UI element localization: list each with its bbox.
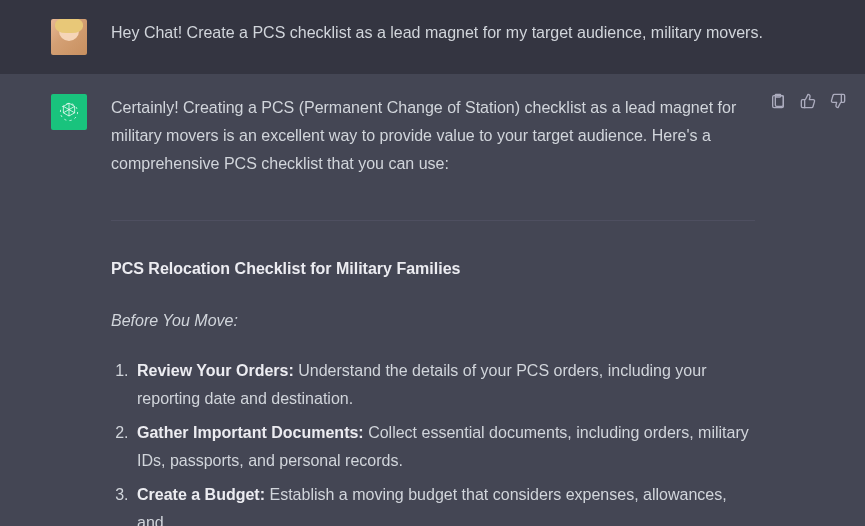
list-item: Gather Important Documents: Collect esse… [133, 419, 755, 475]
thumbs-down-button[interactable] [829, 92, 847, 110]
checklist-title: PCS Relocation Checklist for Military Fa… [111, 255, 755, 283]
user-avatar [51, 19, 87, 55]
checklist-ordered-list: Review Your Orders: Understand the detai… [111, 357, 755, 526]
horizontal-rule [111, 220, 755, 221]
openai-logo-icon [58, 101, 80, 123]
thumbs-up-icon [800, 93, 816, 109]
list-item: Review Your Orders: Understand the detai… [133, 357, 755, 413]
user-message-text: Hey Chat! Create a PCS checklist as a le… [111, 19, 865, 55]
list-item-label: Gather Important Documents: [137, 424, 364, 441]
thumbs-up-button[interactable] [799, 92, 817, 110]
copy-button[interactable] [769, 92, 787, 110]
svg-rect-2 [775, 94, 780, 97]
list-item: Create a Budget: Establish a moving budg… [133, 481, 755, 526]
assistant-avatar [51, 94, 87, 130]
user-message-row: Hey Chat! Create a PCS checklist as a le… [0, 0, 865, 74]
thumbs-down-icon [830, 93, 846, 109]
clipboard-icon [770, 93, 786, 109]
checklist-section-label: Before You Move: [111, 307, 755, 335]
assistant-intro-text: Certainly! Creating a PCS (Permanent Cha… [111, 94, 755, 178]
assistant-message-row: Certainly! Creating a PCS (Permanent Cha… [0, 74, 865, 526]
assistant-message-content: Certainly! Creating a PCS (Permanent Cha… [111, 94, 865, 526]
message-actions [769, 92, 847, 110]
list-item-label: Create a Budget: [137, 486, 265, 503]
list-item-label: Review Your Orders: [137, 362, 294, 379]
